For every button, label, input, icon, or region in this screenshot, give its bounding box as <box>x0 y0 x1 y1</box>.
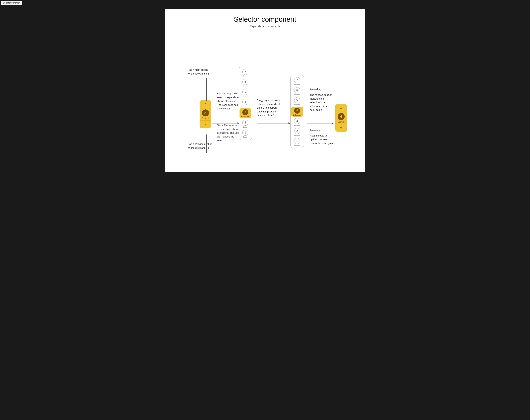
option-circle-4-1: 4 <box>242 99 248 105</box>
drag-desc-label: Dragging up or down behaves like a wheel… <box>257 98 280 117</box>
option-circle-1-1: 1 <box>242 130 248 136</box>
option-5-1[interactable]: 5 Option <box>239 88 252 98</box>
option-7-1[interactable]: 7 Option <box>239 68 252 78</box>
current-label-2: Current <box>338 121 344 123</box>
option-circle-6-2: 6 <box>294 87 300 93</box>
current-number-2: 4 <box>338 113 345 120</box>
option-2-1[interactable]: 2 Option <box>239 119 252 129</box>
page-title: Selector component <box>175 15 355 23</box>
option-label-2-2: Option <box>294 134 300 136</box>
selector-current-1: 3 Current <box>200 108 211 121</box>
tap-next-label: Tap = Next option Without expanding <box>188 68 209 75</box>
option-3-1-selected[interactable]: 3 Selection <box>239 108 251 118</box>
option-label-7-2: Option <box>294 84 300 86</box>
option-circle-7-2: 7 <box>294 77 300 83</box>
option-circle-3-1: 3 <box>242 109 248 115</box>
arrow-drag <box>257 122 290 124</box>
option-label-5-2: Option <box>294 103 300 106</box>
down-arrow-icon-2: ∨ <box>340 126 342 130</box>
option-3-2[interactable]: 3 Option <box>291 117 304 127</box>
option-7-2[interactable]: 7 Option <box>291 76 304 86</box>
option-circle-7-1: 7 <box>242 69 248 75</box>
option-6-1[interactable]: 6 Option <box>239 78 252 88</box>
option-6-2[interactable]: 6 Option <box>291 86 304 96</box>
option-label-2-1: Option <box>243 126 248 128</box>
diagram: ∧ 3 Current ∨ Tap = Next option Without … <box>175 38 355 159</box>
option-label-3-2: Option <box>294 124 300 126</box>
tap-expand-label: Tap = The selector expands and shows all… <box>217 123 240 142</box>
option-label-6-1: Option <box>243 85 248 87</box>
arrow-contract <box>307 122 334 124</box>
current-number-1: 3 <box>202 109 209 116</box>
option-label-3-sel: Selection <box>241 116 249 118</box>
canvas: Selector component Expands and contracts… <box>165 9 365 172</box>
option-circle-1-2: 1 <box>294 138 300 144</box>
option-circle-4-2: 4 <box>294 108 300 114</box>
option-label-6-2: Option <box>294 94 300 96</box>
option-circle-2-2: 2 <box>294 128 300 134</box>
page-subtitle: Expands and contracts <box>175 25 355 28</box>
option-label-4-1: Option <box>243 105 248 107</box>
option-circle-5-2: 5 <box>294 97 300 103</box>
option-label-1-2: Option <box>294 144 300 146</box>
selector-up-btn-2[interactable]: ∧ <box>336 104 347 111</box>
option-label-4-sel: Selection <box>293 114 301 116</box>
from-drag-desc: The release position indicates the selec… <box>310 93 332 112</box>
option-label-7-1: Option <box>243 75 248 77</box>
current-label-1: Current <box>202 117 209 119</box>
selector-expanded-2[interactable]: 7 Option 6 Option 5 Option 4 Selection 3… <box>291 75 304 148</box>
arrow-tap-prev <box>206 134 207 153</box>
arrow-expand-1 <box>212 122 239 124</box>
up-arrow-icon-1: ∧ <box>204 102 206 106</box>
selector-down-btn-2[interactable]: ∨ <box>336 124 347 132</box>
up-arrow-icon-2: ∧ <box>340 106 342 109</box>
from-tap-desc: A tap selects an option. The selector co… <box>310 134 334 145</box>
arrow-tap-next <box>206 78 207 101</box>
option-5-2[interactable]: 5 Option <box>291 96 304 106</box>
tab-selector-behavior[interactable]: Selector behavior <box>1 1 22 5</box>
option-circle-2-1: 2 <box>242 120 248 126</box>
vertical-drag-label: Vertical drag = The selector expands and… <box>217 92 241 111</box>
option-circle-5-1: 5 <box>242 89 248 95</box>
option-label-5-1: Option <box>243 95 248 97</box>
option-4-1[interactable]: 4 Option <box>239 98 252 108</box>
down-arrow-icon-1: ∨ <box>204 122 206 126</box>
tap-prev-label: Tap = Previous option Without expanding <box>188 142 212 150</box>
option-2-2[interactable]: 2 Option <box>291 127 304 137</box>
from-tap-title: From tap: <box>310 129 321 132</box>
selector-collapsed-2[interactable]: ∧ 4 Current ∨ <box>335 104 347 132</box>
option-1-1[interactable]: 1 Option <box>239 129 252 139</box>
selector-collapsed-1[interactable]: ∧ 3 Current ∨ <box>200 100 211 128</box>
option-circle-6-1: 6 <box>242 79 248 85</box>
from-drag-title: From drag: <box>310 87 322 91</box>
selector-down-btn-1[interactable]: ∨ <box>200 121 211 128</box>
option-1-2[interactable]: 1 Option <box>291 137 304 147</box>
selector-current-2: 4 Current <box>336 111 347 124</box>
selector-expanded-1[interactable]: 7 Option 6 Option 5 Option 4 Option 3 Se… <box>239 67 252 140</box>
option-circle-3-2: 3 <box>294 118 300 124</box>
option-label-1-1: Option <box>243 136 248 138</box>
option-4-2-selected[interactable]: 4 Selection <box>291 107 303 116</box>
